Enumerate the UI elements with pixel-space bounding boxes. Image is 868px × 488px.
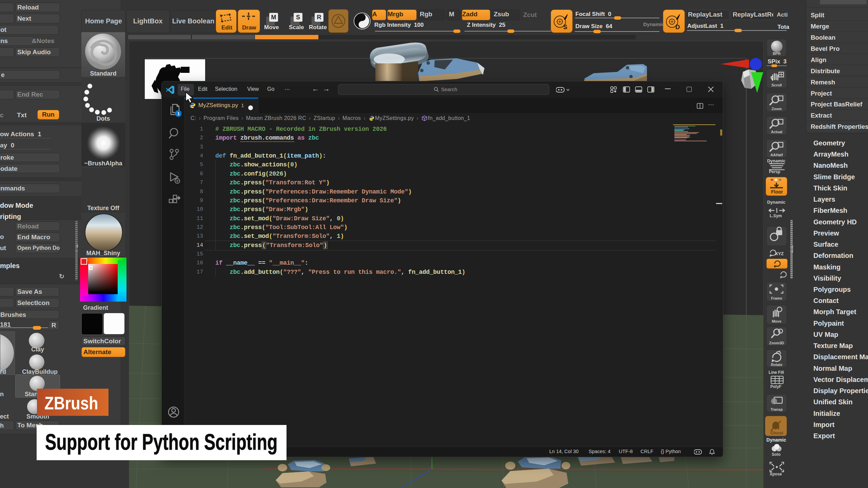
- svg-text:Floor: Floor: [771, 189, 783, 195]
- svg-text:XYZ: XYZ: [775, 251, 784, 256]
- svg-text:S: S: [563, 24, 567, 30]
- svg-text:Ghost: Ghost: [770, 430, 783, 435]
- svg-text:Draw: Draw: [242, 24, 256, 31]
- svg-text:D: D: [675, 24, 680, 30]
- svg-text:Edit: Edit: [221, 24, 232, 31]
- svg-text:1: 1: [177, 111, 180, 116]
